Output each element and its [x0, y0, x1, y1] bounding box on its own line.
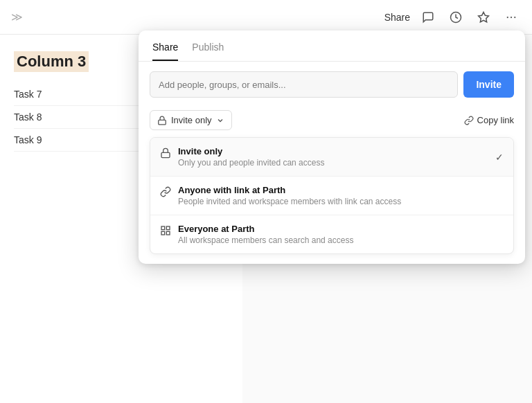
tab-publish[interactable]: Publish: [192, 42, 224, 61]
invite-only-title: Invite only: [178, 146, 504, 156]
svg-rect-9: [161, 226, 165, 230]
everyone-desc: All workspace members can search and acc…: [178, 235, 504, 245]
modal-overlay: Share Publish Invite Invite only: [0, 0, 532, 403]
check-mark-icon: ✓: [495, 152, 504, 163]
grid-icon-option3: [160, 225, 171, 239]
tab-share[interactable]: Share: [152, 42, 178, 61]
anyone-link-desc: People invited and workspace members wit…: [178, 197, 504, 206]
svg-rect-7: [159, 120, 166, 124]
people-input[interactable]: [150, 71, 458, 98]
access-row: Invite only Copy link: [139, 107, 525, 137]
link-icon: [464, 116, 474, 125]
dropdown-item-anyone-link[interactable]: Anyone with link at Parth People invited…: [150, 177, 513, 215]
svg-rect-8: [161, 152, 170, 157]
chevron-down-icon: [216, 116, 224, 125]
invite-only-text: Invite only Only you and people invited …: [178, 146, 504, 168]
share-modal: Share Publish Invite Invite only: [139, 30, 525, 264]
link-icon-option2: [160, 186, 171, 200]
everyone-title: Everyone at Parth: [178, 224, 504, 234]
dropdown-item-invite-only[interactable]: Invite only Only you and people invited …: [150, 138, 513, 177]
access-selector-label: Invite only: [171, 115, 212, 125]
anyone-link-text: Anyone with link at Parth People invited…: [178, 185, 504, 206]
everyone-text: Everyone at Parth All workspace members …: [178, 224, 504, 245]
invite-button[interactable]: Invite: [463, 71, 514, 98]
lock-icon: [157, 116, 167, 125]
input-row: Invite: [139, 62, 525, 107]
lock-icon-option1: [160, 147, 171, 161]
copy-link-label: Copy link: [477, 115, 514, 125]
copy-link-button[interactable]: Copy link: [464, 115, 514, 125]
svg-rect-12: [166, 231, 170, 235]
access-selector[interactable]: Invite only: [150, 110, 232, 130]
svg-rect-10: [166, 226, 170, 230]
modal-tabs: Share Publish: [139, 30, 525, 62]
invite-only-desc: Only you and people invited can access: [178, 158, 504, 168]
dropdown-item-everyone[interactable]: Everyone at Parth All workspace members …: [150, 215, 513, 253]
access-dropdown: Invite only Only you and people invited …: [150, 137, 514, 254]
svg-rect-11: [161, 231, 165, 235]
anyone-link-title: Anyone with link at Parth: [178, 185, 504, 195]
